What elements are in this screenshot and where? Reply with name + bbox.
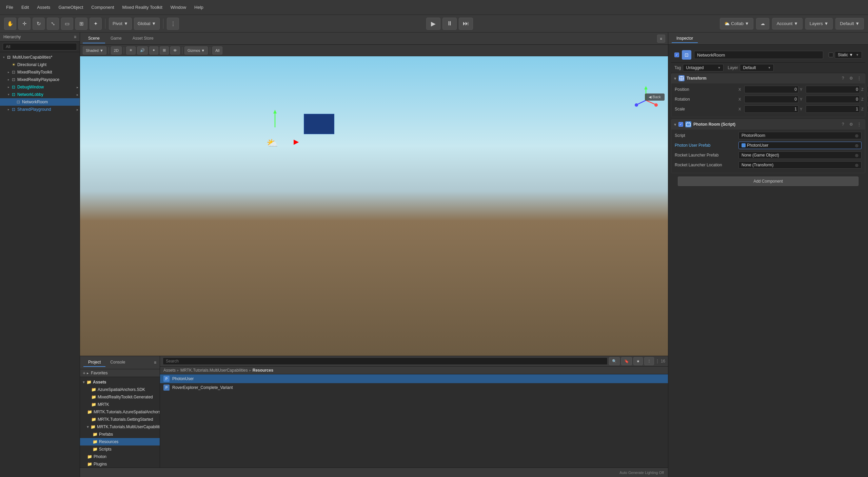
photon-settings-icon[interactable]: ⚙ bbox=[848, 121, 854, 127]
hier-item-sharedplayground[interactable]: ▸ ⊡ SharedPlayground ▸ bbox=[0, 106, 80, 113]
grid-btn[interactable]: ⋮ bbox=[167, 18, 179, 30]
search-all-btn[interactable]: All bbox=[212, 46, 222, 55]
proj-item-mrtk-multi[interactable]: ▾ 📁 MRTK.Tutorials.MultiUserCapabilities bbox=[80, 423, 160, 431]
menu-assets[interactable]: Assets bbox=[34, 3, 54, 11]
hier-item-root[interactable]: ▾ ⊡ MultiUserCapabilities* bbox=[0, 54, 80, 61]
breadcrumb-assets[interactable]: Assets bbox=[163, 368, 176, 373]
proj-item-mrtk-gen[interactable]: 📁 MixedRealityToolkit.Generated bbox=[80, 393, 160, 401]
hier-item-mrtk[interactable]: ▸ ⊡ MixedRealityToolkit bbox=[0, 68, 80, 76]
proj-item-prefabs[interactable]: 📁 Prefabs bbox=[80, 431, 160, 438]
photon-help-icon[interactable]: ? bbox=[840, 121, 846, 127]
shading-dropdown[interactable]: Shaded ▼ bbox=[83, 46, 106, 55]
move-tool-btn[interactable]: ✛ bbox=[18, 18, 31, 30]
tab-game[interactable]: Game bbox=[105, 34, 127, 43]
hier-item-networklobby[interactable]: ▾ ⊡ NetworkLobby ▸ bbox=[0, 91, 80, 98]
tag-dropdown[interactable]: Untagged ▼ bbox=[683, 64, 724, 71]
breadcrumb-multi[interactable]: MRTK.Tutorials.MultiUserCapabilities bbox=[180, 368, 248, 373]
layers-button[interactable]: Layers ▼ bbox=[805, 18, 833, 29]
file-row-roverexplorer[interactable]: P RoverExplorer_Complete_Variant bbox=[160, 383, 668, 392]
global-dropdown[interactable]: Global ▼ bbox=[134, 18, 160, 30]
layer-dropdown[interactable]: Default ▼ bbox=[740, 64, 774, 71]
scene-view[interactable]: ◀ Back ⛅ ▶ bbox=[80, 56, 668, 356]
menu-window[interactable]: Window bbox=[167, 3, 190, 11]
transform-more-icon[interactable]: ⋮ bbox=[856, 75, 862, 81]
position-y-input[interactable] bbox=[806, 86, 860, 93]
rocket-location-field[interactable]: None (Transform) ◎ bbox=[738, 161, 862, 169]
tab-project[interactable]: Project bbox=[83, 358, 105, 367]
proj-item-azurespatial[interactable]: 📁 AzureSpatialAnchors.SDK bbox=[80, 386, 160, 393]
scene-tab-icon-btn[interactable]: ≡ bbox=[657, 35, 665, 43]
photon-enabled-checkbox[interactable]: ✓ bbox=[678, 122, 683, 127]
menu-gameobject[interactable]: GameObject bbox=[55, 3, 86, 11]
tab-scene[interactable]: Scene bbox=[83, 34, 105, 43]
hier-item-playspace[interactable]: ▸ ⊡ MixedRealityPlayspace bbox=[0, 76, 80, 83]
photon-room-header[interactable]: ▾ ✓ Photon Room (Script) ? ⚙ ⋮ bbox=[671, 120, 865, 129]
account-button[interactable]: Account ▼ bbox=[772, 18, 802, 29]
rotation-x-input[interactable] bbox=[744, 96, 798, 103]
pause-button[interactable]: ⏸ bbox=[442, 18, 457, 30]
lighting-btn[interactable]: ☀ bbox=[126, 46, 136, 55]
menu-component[interactable]: Component bbox=[88, 3, 117, 11]
menu-mrtk[interactable]: Mixed Reality Toolkit bbox=[119, 3, 166, 11]
transform-tool-btn[interactable]: ⊞ bbox=[75, 18, 87, 30]
layout-button[interactable]: Default ▼ bbox=[835, 18, 864, 29]
hierarchy-search-input[interactable] bbox=[3, 43, 77, 50]
photon-more-icon[interactable]: ⋮ bbox=[856, 121, 862, 127]
gameobj-enabled-checkbox[interactable]: ✓ bbox=[674, 53, 679, 57]
2d-button[interactable]: 2D bbox=[111, 46, 122, 55]
rocket-prefab-field[interactable]: None (Game Object) ◎ bbox=[738, 151, 862, 159]
proj-item-resources[interactable]: 📁 Resources bbox=[80, 438, 160, 445]
menu-help[interactable]: Help bbox=[191, 3, 207, 11]
gameobj-name-field[interactable]: NetworkRoom bbox=[694, 51, 823, 59]
scale-x-input[interactable] bbox=[744, 105, 798, 113]
static-dropdown[interactable]: Static ▼ ▼ bbox=[835, 51, 862, 59]
proj-item-photon[interactable]: 📁 Photon bbox=[80, 453, 160, 460]
hidden-btn[interactable]: 👁 bbox=[170, 46, 180, 55]
inspector-tab[interactable]: Inspector bbox=[672, 34, 698, 43]
scale-tool-btn[interactable]: ⤡ bbox=[47, 18, 59, 30]
proj-assets-root[interactable]: ▾ 📁 Assets bbox=[80, 378, 160, 386]
hand-tool-btn[interactable]: ✋ bbox=[4, 18, 16, 30]
breadcrumb-resources[interactable]: Resources bbox=[253, 368, 273, 373]
play-button[interactable]: ▶ bbox=[426, 18, 440, 30]
tab-console[interactable]: Console bbox=[105, 358, 130, 367]
pivot-dropdown[interactable]: Pivot ▼ bbox=[109, 18, 132, 30]
rect-tool-btn[interactable]: ▭ bbox=[61, 18, 73, 30]
transform-settings-icon[interactable]: ⚙ bbox=[848, 75, 854, 81]
step-button[interactable]: ⏭ bbox=[459, 18, 473, 30]
file-search-icon[interactable]: 🔍 bbox=[609, 357, 620, 365]
position-x-input[interactable] bbox=[744, 86, 798, 93]
proj-item-mrtk-getting[interactable]: 📁 MRTK.Tutorials.GettingStarted bbox=[80, 416, 160, 423]
fx-btn[interactable]: ✦ bbox=[149, 46, 158, 55]
add-component-button[interactable]: Add Component bbox=[678, 177, 859, 186]
transform-header[interactable]: ▾ Transform ? ⚙ ⋮ bbox=[671, 74, 865, 83]
hier-item-dirlight[interactable]: ☀ Directional Light bbox=[0, 61, 80, 68]
audio-btn[interactable]: 🔊 bbox=[137, 46, 148, 55]
scene-back-button[interactable]: ◀ Back bbox=[645, 94, 665, 101]
proj-item-mrtk-azure[interactable]: 📁 MRTK.Tutorials.AzureSpatialAnchors bbox=[80, 408, 160, 416]
scale-y-input[interactable] bbox=[806, 105, 860, 113]
script-field[interactable]: PhotonRoom ◎ bbox=[738, 132, 862, 139]
file-star-icon[interactable]: ★ bbox=[633, 357, 643, 365]
cloud-button[interactable]: ☁ bbox=[756, 18, 769, 29]
scene-view-btn[interactable]: ⊞ bbox=[160, 46, 169, 55]
proj-item-mrtk[interactable]: 📁 MRTK bbox=[80, 401, 160, 408]
transform-help-icon[interactable]: ? bbox=[840, 75, 846, 81]
tab-asset-store[interactable]: Asset Store bbox=[127, 34, 159, 43]
hier-item-debugwindow[interactable]: ▸ ⊡ DebugWindow ▸ bbox=[0, 83, 80, 91]
rotate-tool-btn[interactable]: ↻ bbox=[33, 18, 45, 30]
proj-item-scripts[interactable]: 📁 Scripts bbox=[80, 445, 160, 453]
menu-edit[interactable]: Edit bbox=[18, 3, 32, 11]
static-checkbox[interactable] bbox=[829, 53, 833, 57]
file-grid-icon[interactable]: ⋮ bbox=[644, 357, 654, 365]
rotation-y-input[interactable] bbox=[806, 96, 860, 103]
file-search-input[interactable] bbox=[163, 357, 608, 365]
project-add-btn[interactable]: + bbox=[83, 370, 85, 376]
proj-item-plugins[interactable]: 📁 Plugins bbox=[80, 460, 160, 468]
collab-button[interactable]: ⛅ Collab ▼ bbox=[720, 18, 753, 29]
custom-tool-btn[interactable]: ✦ bbox=[90, 18, 102, 30]
hier-item-networkroom[interactable]: ⊡ NetworkRoom bbox=[0, 98, 80, 106]
menu-file[interactable]: File bbox=[3, 3, 17, 11]
photon-user-prefab-field[interactable]: PhotonUser ◎ bbox=[738, 142, 862, 149]
file-row-photonuser[interactable]: P PhotonUser bbox=[160, 374, 668, 383]
